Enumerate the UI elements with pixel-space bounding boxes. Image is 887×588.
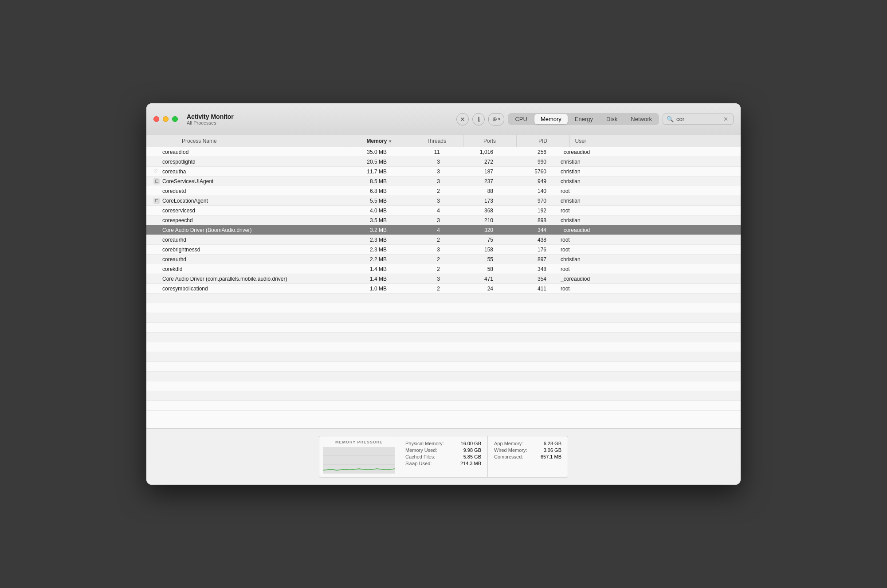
tab-memory[interactable]: Memory: [534, 114, 568, 124]
info-icon: ℹ: [478, 116, 480, 123]
stop-process-button[interactable]: ✕: [456, 113, 469, 125]
close-button[interactable]: [153, 116, 159, 122]
user-cell: root: [555, 187, 741, 196]
ports-cell: 75: [449, 235, 502, 244]
fork-button[interactable]: ⊕ ▾: [488, 113, 504, 125]
threads-cell: 11: [396, 148, 449, 157]
pid-cell: 898: [502, 216, 555, 225]
threads-cell: 2: [396, 265, 449, 274]
ports-cell: 187: [449, 167, 502, 176]
process-name-text: corekdld: [162, 266, 182, 272]
stop-icon: ✕: [460, 116, 465, 123]
memory-cell: 20.5 MB: [334, 157, 396, 166]
col-header-memory[interactable]: Memory ▾: [348, 135, 410, 147]
process-name-cell: corespeechd: [146, 216, 334, 225]
table-row[interactable]: corekdld1.4 MB258348root: [146, 264, 741, 274]
threads-cell: 2: [396, 255, 449, 264]
tab-cpu[interactable]: CPU: [509, 114, 533, 124]
threads-cell: 3: [396, 157, 449, 166]
process-name-text: coreduetd: [162, 188, 186, 194]
table-row[interactable]: coreaurhd2.3 MB275438root: [146, 235, 741, 245]
tab-energy[interactable]: Energy: [569, 114, 599, 124]
search-box: 🔍 ✕: [663, 114, 734, 125]
tab-disk[interactable]: Disk: [600, 114, 624, 124]
process-icon-spacer: ♡: [153, 169, 160, 174]
table-row[interactable]: corespotlightd20.5 MB3272990christian: [146, 157, 741, 167]
memory-cell: 3.5 MB: [334, 216, 396, 225]
table-row[interactable]: corespeechd3.5 MB3210898christian: [146, 216, 741, 225]
maximize-button[interactable]: [172, 116, 178, 122]
fork-arrow: ▾: [498, 117, 500, 122]
table-row[interactable]: ⧠CoreServicesUIAgent8.5 MB3237949christi…: [146, 176, 741, 186]
pid-cell: 344: [502, 226, 555, 235]
pid-cell: 348: [502, 265, 555, 274]
wired-memory-label: Wired Memory:: [494, 447, 527, 453]
ports-cell: 1,016: [449, 148, 502, 157]
empty-row: [146, 294, 741, 303]
table-row[interactable]: Core Audio Driver (com.parallels.mobile.…: [146, 274, 741, 284]
process-name-cell: coreaurhd: [146, 235, 334, 244]
process-name-text: Core Audio Driver (BoomAudio.driver): [162, 227, 251, 233]
search-input[interactable]: [676, 116, 721, 122]
process-name-cell: coreaudiod: [146, 148, 334, 157]
process-name-cell: coreaurhd: [146, 255, 334, 264]
ports-cell: 173: [449, 196, 502, 205]
table-row[interactable]: coreduetd6.8 MB288140root: [146, 186, 741, 196]
memory-cell: 11.7 MB: [334, 167, 396, 176]
process-name-text: corespotlightd: [162, 159, 196, 165]
col-header-user[interactable]: User: [570, 135, 741, 147]
pid-cell: 354: [502, 274, 555, 283]
cached-files-label: Cached Files:: [405, 454, 435, 459]
user-cell: root: [555, 265, 741, 274]
ports-cell: 237: [449, 177, 502, 186]
search-icon: 🔍: [667, 116, 674, 122]
table-row[interactable]: coreaudiod35.0 MB111,016256_coreaudiod: [146, 147, 741, 157]
table-row[interactable]: coresymbolicationd1.0 MB224411root: [146, 284, 741, 294]
memory-pressure-label: MEMORY PRESSURE: [323, 440, 395, 444]
empty-row: [146, 401, 741, 411]
col-header-process-name[interactable]: Process Name: [146, 135, 348, 147]
threads-cell: 3: [396, 245, 449, 254]
bottom-panel: MEMORY PRESSURE Physica: [146, 428, 741, 485]
memory-cell: 2.3 MB: [334, 235, 396, 244]
table-row[interactable]: coreaurhd2.2 MB255897christian: [146, 255, 741, 264]
physical-memory-label: Physical Memory:: [405, 441, 444, 446]
toolbar-actions: ✕ ℹ ⊕ ▾ CPU Memory Energy Disk Network 🔍…: [456, 113, 734, 125]
pid-cell: 140: [502, 187, 555, 196]
user-cell: root: [555, 245, 741, 254]
pid-cell: 5760: [502, 167, 555, 176]
empty-row: [146, 303, 741, 313]
process-name-text: CoreServicesUIAgent: [162, 178, 213, 184]
cached-files-value: 5.85 GB: [463, 454, 481, 459]
tab-network[interactable]: Network: [624, 114, 658, 124]
col-header-pid[interactable]: PID: [517, 135, 570, 147]
wired-memory-value: 3.06 GB: [544, 447, 561, 453]
titlebar: Activity Monitor All Processes ✕ ℹ ⊕ ▾ C…: [146, 103, 741, 135]
user-cell: _coreaudiod: [555, 274, 741, 283]
empty-row: [146, 391, 741, 401]
table-row[interactable]: ⧠CoreLocationAgent5.5 MB3173970christian: [146, 196, 741, 206]
ports-cell: 158: [449, 245, 502, 254]
table-row[interactable]: corebrightnessd2.3 MB3158176root: [146, 245, 741, 255]
table-row[interactable]: Core Audio Driver (BoomAudio.driver)3.2 …: [146, 225, 741, 235]
pid-cell: 970: [502, 196, 555, 205]
pid-cell: 411: [502, 284, 555, 293]
empty-row: [146, 381, 741, 391]
info-button[interactable]: ℹ: [472, 113, 485, 125]
memory-cell: 3.2 MB: [334, 226, 396, 235]
table-row[interactable]: coreservicesd4.0 MB4368192root: [146, 206, 741, 216]
process-name-text: corespeechd: [162, 217, 193, 223]
col-header-ports[interactable]: Ports: [463, 135, 517, 147]
swap-used-row: Swap Used: 214.3 MB: [405, 461, 481, 466]
memory-stats-container: MEMORY PRESSURE Physica: [319, 436, 568, 478]
search-clear-button[interactable]: ✕: [723, 116, 728, 122]
minimize-button[interactable]: [163, 116, 169, 122]
table-row[interactable]: ♡coreautha11.7 MB31875760christian: [146, 167, 741, 176]
user-cell: _coreaudiod: [555, 226, 741, 235]
app-info: Activity Monitor All Processes: [187, 113, 234, 125]
memory-cell: 2.3 MB: [334, 245, 396, 254]
process-name-text: coreaurhd: [162, 237, 186, 243]
user-cell: christian: [555, 177, 741, 186]
process-name-cell: coreduetd: [146, 187, 334, 196]
col-header-threads[interactable]: Threads: [410, 135, 463, 147]
